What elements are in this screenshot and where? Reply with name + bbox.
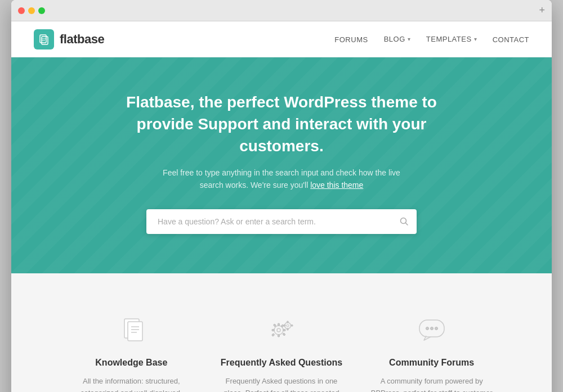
svg-point-31 xyxy=(426,327,428,330)
features-grid: Knowledge Base All the information: stru… xyxy=(68,313,495,392)
hero-subtitle-link[interactable]: love this theme xyxy=(310,181,363,190)
svg-rect-27 xyxy=(287,328,289,330)
nav-item-forums[interactable]: FORUMS xyxy=(334,34,368,44)
search-input[interactable] xyxy=(146,209,417,234)
search-button[interactable] xyxy=(400,217,409,226)
nav-link-forums[interactable]: FORUMS xyxy=(334,35,368,44)
feature-knowledge-base: Knowledge Base All the information: stru… xyxy=(68,313,195,392)
svg-rect-18 xyxy=(272,329,274,331)
nav-link-blog[interactable]: BLOG xyxy=(384,35,405,43)
svg-rect-22 xyxy=(282,325,284,327)
knowledge-base-icon xyxy=(111,313,151,346)
feature-community: Community Forums A community forum power… xyxy=(368,313,495,392)
svg-rect-21 xyxy=(283,333,285,336)
faq-title: Frequently Asked Questions xyxy=(221,358,342,368)
blog-dropdown-arrow: ▾ xyxy=(408,36,410,42)
feature-faq: Frequently Asked Questions Frequently As… xyxy=(218,313,346,392)
svg-point-15 xyxy=(277,328,280,332)
browser-window: + flatbase FORUMS BLOG xyxy=(11,0,552,392)
svg-rect-23 xyxy=(272,334,275,336)
hero-subtitle-text: Feel free to type anything in the search… xyxy=(163,168,400,190)
nav-item-contact[interactable]: CONTACT xyxy=(493,34,529,44)
nav-item-templates[interactable]: TEMPLATES ▾ xyxy=(426,35,477,43)
maximize-button[interactable] xyxy=(38,7,45,14)
traffic-lights xyxy=(18,7,45,14)
svg-point-32 xyxy=(430,327,433,330)
hero-content: Flatbase, the perfect WordPress theme to… xyxy=(34,91,529,234)
svg-rect-19 xyxy=(283,329,285,331)
knowledge-base-title: Knowledge Base xyxy=(95,358,167,368)
svg-rect-28 xyxy=(284,325,285,326)
features-section: Knowledge Base All the information: stru… xyxy=(11,273,552,392)
hero-section: Flatbase, the perfect WordPress theme to… xyxy=(11,57,552,273)
svg-rect-20 xyxy=(274,324,276,327)
main-nav: FORUMS BLOG ▾ TEMPLATES ▾ CONTACT xyxy=(334,34,529,44)
nav-item-blog[interactable]: BLOG ▾ xyxy=(384,35,410,43)
svg-rect-10 xyxy=(128,322,142,341)
nav-menu: FORUMS BLOG ▾ TEMPLATES ▾ CONTACT xyxy=(334,34,529,44)
svg-rect-16 xyxy=(278,323,280,326)
svg-point-33 xyxy=(435,327,437,330)
community-desc: A community forum powered by BBPress, pe… xyxy=(368,376,495,392)
nav-link-templates[interactable]: TEMPLATES xyxy=(426,35,472,43)
knowledge-base-desc: All the information: structured, categor… xyxy=(68,376,195,392)
svg-point-25 xyxy=(287,325,289,327)
browser-chrome: + xyxy=(11,0,552,21)
hero-title: Flatbase, the perfect WordPress theme to… xyxy=(124,91,439,157)
hero-subtitle: Feel free to type anything in the search… xyxy=(152,166,411,192)
faq-icon xyxy=(262,313,301,346)
logo-icon xyxy=(34,29,54,49)
site-header: flatbase FORUMS BLOG ▾ TEMPLATES ▾ xyxy=(11,21,552,57)
community-title: Community Forums xyxy=(389,358,474,368)
new-tab-button[interactable]: + xyxy=(539,4,545,16)
close-button[interactable] xyxy=(18,7,25,14)
svg-rect-26 xyxy=(287,321,289,323)
svg-line-5 xyxy=(406,223,408,226)
search-icon xyxy=(400,217,409,226)
faq-desc: Frequently Asked questions in one place.… xyxy=(218,376,346,392)
svg-rect-29 xyxy=(291,325,293,326)
community-icon xyxy=(412,313,452,346)
templates-dropdown-arrow: ▾ xyxy=(474,36,477,42)
nav-link-contact[interactable]: CONTACT xyxy=(493,35,529,44)
logo-text: flatbase xyxy=(60,32,104,47)
logo-area: flatbase xyxy=(34,29,104,49)
minimize-button[interactable] xyxy=(28,7,35,14)
svg-rect-17 xyxy=(278,335,280,337)
search-container xyxy=(146,209,417,234)
